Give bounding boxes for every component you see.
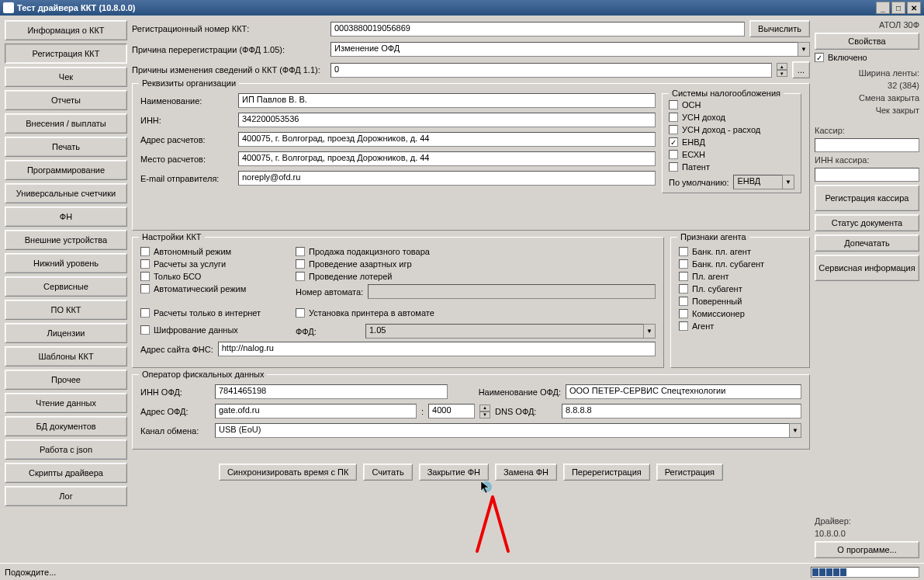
- tax-checkbox[interactable]: ОСН: [669, 100, 794, 109]
- ofd-addr-input[interactable]: gate.ofd.ru: [215, 404, 417, 419]
- agent-item-label: Пл. субагент: [692, 284, 742, 293]
- agent-checkbox[interactable]: Пл. субагент: [679, 284, 801, 293]
- ofd-channel-select[interactable]: USB (EoU): [215, 423, 789, 438]
- maximize-button[interactable]: □: [891, 2, 905, 14]
- nav-item[interactable]: Информация о ККТ: [5, 20, 127, 40]
- ofd-port-spinner[interactable]: ▲▼: [479, 405, 490, 419]
- doc-status-button[interactable]: Статус документа: [815, 214, 919, 231]
- chevron-down-icon[interactable]: ▼: [643, 324, 656, 339]
- org-email-input[interactable]: noreply@ofd.ru: [238, 171, 656, 186]
- ofd-name-input[interactable]: ООО ПЕТЕР-СЕРВИС Спецтехнологии: [566, 384, 801, 399]
- replace-fn-button[interactable]: Замена ФН: [495, 464, 557, 481]
- main-panel: Регистрационный номер ККТ: 0003880019056…: [132, 20, 810, 558]
- print-more-button[interactable]: Допечатать: [815, 234, 919, 252]
- org-addr-label: Адрес расчетов:: [140, 135, 234, 144]
- org-addr-input[interactable]: 400075, г. Волгоград, проезд Дорожников,…: [238, 132, 656, 147]
- agent-checkbox[interactable]: Банк. пл. субагент: [679, 259, 801, 269]
- tax-checkbox[interactable]: ✓ЕНВД: [669, 137, 794, 147]
- enabled-label: Включено: [828, 53, 867, 62]
- nav-item[interactable]: Лицензии: [5, 323, 127, 343]
- fns-input[interactable]: http://nalog.ru: [218, 342, 656, 356]
- chevron-down-icon[interactable]: ▼: [798, 42, 810, 57]
- sync-time-button[interactable]: Синхронизировать время с ПК: [219, 464, 358, 481]
- kkt-item-label: Только БСО: [154, 272, 201, 281]
- nav-item[interactable]: Шаблоны ККТ: [5, 346, 127, 366]
- ofd-dns-input[interactable]: 8.8.8.8: [562, 404, 801, 419]
- nav-item[interactable]: Работа с json: [5, 439, 127, 460]
- nav-item[interactable]: Чтение данных: [5, 393, 127, 413]
- service-info-button[interactable]: Сервисная информация: [815, 255, 919, 281]
- nav-item[interactable]: Программирование: [5, 160, 127, 180]
- kkt-checkbox[interactable]: Автономный режим: [140, 247, 280, 256]
- nav-item[interactable]: Внесения / выплаты: [5, 113, 127, 134]
- change-reason-spinner[interactable]: ▲▼: [777, 63, 787, 77]
- nav-item[interactable]: Чек: [5, 67, 127, 87]
- ofd-inn-input[interactable]: 7841465198: [215, 384, 448, 399]
- tax-checkbox[interactable]: УСН доход - расход: [669, 125, 794, 134]
- kkt-checkbox[interactable]: Расчеты за услуги: [140, 259, 280, 269]
- kkt-item-label: Автономный режим: [154, 247, 231, 256]
- about-button[interactable]: О программе...: [815, 541, 919, 558]
- agent-checkbox[interactable]: Банк. пл. агент: [679, 247, 801, 256]
- rereg-button[interactable]: Перерегистрация: [563, 464, 650, 481]
- enabled-checkbox[interactable]: ✓Включено: [815, 53, 919, 62]
- tax-checkbox[interactable]: ЕСХН: [669, 150, 794, 159]
- nav-item[interactable]: Прочее: [5, 370, 127, 390]
- kkt-checkbox[interactable]: Автоматический режим: [140, 284, 280, 293]
- nav-item[interactable]: Лог: [5, 486, 127, 506]
- read-button[interactable]: Считать: [363, 464, 412, 481]
- org-place-input[interactable]: 400075, г. Волгоград, проезд Дорожников,…: [238, 151, 656, 166]
- rereg-reason-select[interactable]: Изменение ОФД: [330, 42, 798, 57]
- reg-button[interactable]: Регистрация: [656, 464, 723, 481]
- chevron-down-icon[interactable]: ▼: [782, 175, 794, 189]
- agent-item-label: Пл. агент: [692, 272, 729, 281]
- kkt-printer-label: Установка принтера в автомате: [309, 308, 434, 318]
- chevron-down-icon[interactable]: ▼: [789, 423, 801, 438]
- agent-checkbox[interactable]: Поверенный: [679, 297, 801, 306]
- calc-button[interactable]: Вычислить: [749, 20, 810, 37]
- kkt-encrypt-checkbox[interactable]: Шифрование данных: [140, 325, 280, 335]
- close-button[interactable]: ✕: [907, 2, 921, 14]
- nav-item[interactable]: Сервисные: [5, 276, 127, 297]
- nav-item[interactable]: Нижний уровень: [5, 253, 127, 273]
- model-label: АТОЛ 30Ф: [815, 20, 919, 30]
- kkt-printer-checkbox[interactable]: Установка принтера в автомате: [296, 308, 434, 318]
- auto-num-input[interactable]: [368, 284, 656, 299]
- agent-checkbox[interactable]: Пл. агент: [679, 272, 801, 281]
- reg-cashier-button[interactable]: Регистрация кассира: [815, 185, 919, 211]
- tax-checkbox[interactable]: УСН доход: [669, 113, 794, 122]
- tax-item-label: ЕНВД: [682, 137, 705, 147]
- tax-checkbox[interactable]: Патент: [669, 162, 794, 172]
- org-inn-input[interactable]: 342200053536: [238, 113, 656, 127]
- change-reason-input[interactable]: 0: [330, 63, 772, 78]
- agent-checkbox[interactable]: Агент: [679, 321, 801, 331]
- dots-button[interactable]: ...: [792, 61, 810, 78]
- minimize-button[interactable]: _: [876, 2, 890, 14]
- kkt-checkbox[interactable]: Продажа подакцизного товара: [296, 247, 656, 256]
- nav-item[interactable]: ПО ККТ: [5, 300, 127, 320]
- nav-item[interactable]: Регистрация ККТ: [5, 43, 127, 64]
- tax-group-title: Системы налогообложения: [669, 89, 784, 98]
- nav-item[interactable]: БД документов: [5, 416, 127, 436]
- nav-item[interactable]: Универсальные счетчики: [5, 183, 127, 203]
- kkt-checkbox[interactable]: Только БСО: [140, 272, 280, 281]
- cashier-inn-input[interactable]: [815, 168, 919, 182]
- nav-item[interactable]: Внешние устройства: [5, 230, 127, 250]
- nav-item[interactable]: ФН: [5, 207, 127, 227]
- kkt-checkbox[interactable]: Проведение азартных игр: [296, 259, 656, 269]
- kkt-checkbox[interactable]: Проведение лотерей: [296, 272, 656, 281]
- reg-num-input[interactable]: 0003880019056869: [330, 22, 745, 36]
- org-name-input[interactable]: ИП Павлов В. В.: [238, 93, 656, 108]
- ofd-port-input[interactable]: 4000: [428, 404, 475, 419]
- progress-bar: [811, 567, 919, 578]
- close-fn-button[interactable]: Закрытие ФН: [419, 464, 489, 481]
- nav-item[interactable]: Скрипты драйвера: [5, 463, 127, 483]
- properties-button[interactable]: Свойства: [815, 33, 919, 50]
- nav-item[interactable]: Отчеты: [5, 90, 127, 110]
- cashier-input[interactable]: [815, 138, 919, 152]
- ffd-select[interactable]: 1.05: [365, 324, 643, 339]
- kkt-internet-checkbox[interactable]: Расчеты только в интернет: [140, 308, 280, 318]
- agent-checkbox[interactable]: Комиссионер: [679, 309, 801, 318]
- tax-default-select[interactable]: ЕНВД: [733, 175, 782, 189]
- nav-item[interactable]: Печать: [5, 137, 127, 157]
